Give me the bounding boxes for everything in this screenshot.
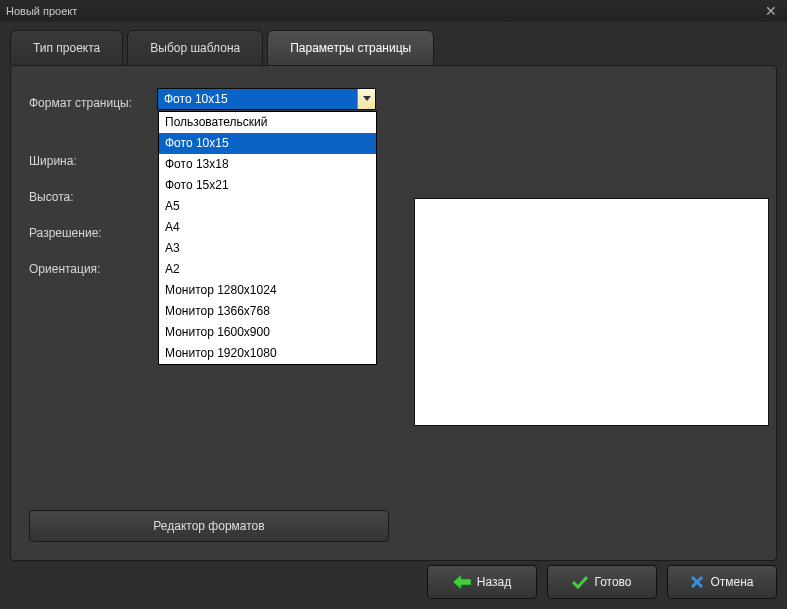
tab-page-params[interactable]: Параметры страницы (267, 30, 434, 65)
finish-button[interactable]: Готово (547, 565, 657, 599)
page-format-option[interactable]: Фото 10x15 (159, 133, 376, 154)
page-format-option[interactable]: Монитор 1600x900 (159, 322, 376, 343)
page-format-option[interactable]: A4 (159, 217, 376, 238)
page-format-option[interactable]: A5 (159, 196, 376, 217)
tab-project-type[interactable]: Тип проекта (10, 30, 123, 65)
back-button-label: Назад (477, 575, 511, 589)
page-format-option[interactable]: Пользовательский (159, 112, 376, 133)
page-format-option[interactable]: Фото 13x18 (159, 154, 376, 175)
page-preview (414, 198, 769, 426)
page-format-option[interactable]: A2 (159, 259, 376, 280)
finish-button-label: Готово (594, 575, 631, 589)
check-icon (572, 575, 588, 589)
label-width: Ширина: (29, 146, 157, 176)
window-title: Новый проект (6, 5, 77, 17)
close-icon[interactable]: ✕ (761, 3, 781, 19)
tabs-row: Тип проекта Выбор шаблона Параметры стра… (0, 22, 787, 65)
svg-marker-0 (363, 96, 371, 101)
label-page-format: Формат страницы: (29, 88, 157, 118)
cancel-button[interactable]: Отмена (667, 565, 777, 599)
page-format-combo[interactable]: Фото 10x15 ПользовательскийФото 10x15Фот… (157, 88, 376, 110)
bottom-bar: Назад Готово Отмена (427, 565, 777, 599)
page-format-option[interactable]: Монитор 1280x1024 (159, 280, 376, 301)
cancel-icon (690, 575, 704, 589)
page-format-option[interactable]: Монитор 1366x768 (159, 301, 376, 322)
tab-template[interactable]: Выбор шаблона (127, 30, 263, 65)
page-format-selected: Фото 10x15 (158, 92, 357, 106)
page-format-dropdown[interactable]: ПользовательскийФото 10x15Фото 13x18Фото… (158, 111, 377, 365)
page-format-option[interactable]: Фото 15x21 (159, 175, 376, 196)
titlebar: Новый проект ✕ (0, 0, 787, 22)
page-format-option[interactable]: A3 (159, 238, 376, 259)
arrow-left-icon (453, 575, 471, 589)
label-orientation: Ориентация: (29, 254, 157, 284)
label-height: Высота: (29, 182, 157, 212)
svg-marker-1 (453, 575, 471, 589)
format-editor-button[interactable]: Редактор форматов (29, 510, 389, 542)
label-resolution: Разрешение: (29, 218, 157, 248)
dropdown-arrow-icon[interactable] (357, 89, 375, 109)
cancel-button-label: Отмена (710, 575, 753, 589)
back-button[interactable]: Назад (427, 565, 537, 599)
page-format-option[interactable]: Монитор 1920x1080 (159, 343, 376, 364)
